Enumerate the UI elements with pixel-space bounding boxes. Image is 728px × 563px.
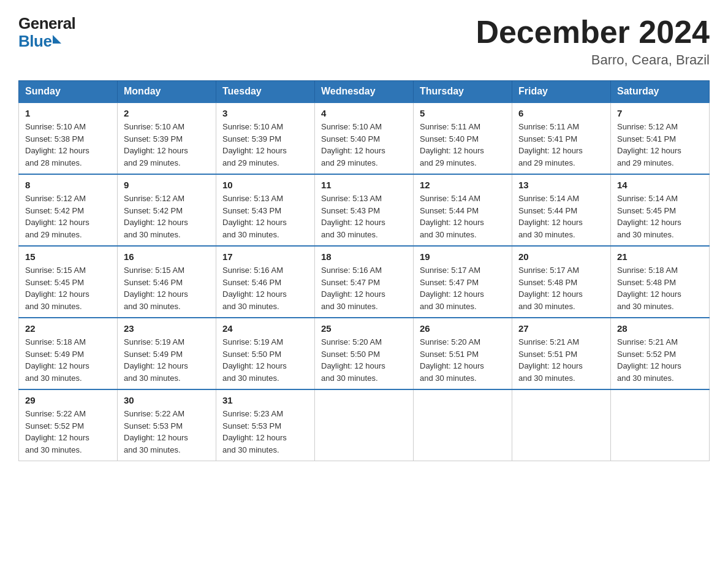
calendar-cell: 31 Sunrise: 5:23 AMSunset: 5:53 PMDaylig… (216, 389, 315, 461)
day-number: 15 (25, 251, 111, 262)
col-header-wednesday: Wednesday (315, 81, 414, 103)
day-number: 29 (25, 395, 111, 405)
day-info: Sunrise: 5:19 AMSunset: 5:50 PMDaylight:… (222, 337, 287, 383)
day-number: 6 (518, 108, 604, 118)
day-info: Sunrise: 5:18 AMSunset: 5:48 PMDaylight:… (617, 266, 681, 311)
calendar-cell: 2 Sunrise: 5:10 AMSunset: 5:39 PMDayligh… (118, 102, 216, 174)
day-info: Sunrise: 5:15 AMSunset: 5:45 PMDaylight:… (25, 266, 89, 311)
day-info: Sunrise: 5:21 AMSunset: 5:52 PMDaylight:… (617, 337, 681, 383)
calendar-title: December 2024 (476, 15, 710, 50)
day-info: Sunrise: 5:23 AMSunset: 5:53 PMDaylight:… (222, 409, 287, 454)
calendar-cell: 26 Sunrise: 5:20 AMSunset: 5:51 PMDaylig… (414, 318, 512, 389)
day-info: Sunrise: 5:17 AMSunset: 5:48 PMDaylight:… (518, 266, 583, 311)
day-number: 5 (420, 108, 506, 118)
day-number: 21 (617, 251, 703, 262)
calendar-cell (414, 389, 512, 461)
calendar-cell: 5 Sunrise: 5:11 AMSunset: 5:40 PMDayligh… (414, 102, 512, 174)
calendar-cell: 19 Sunrise: 5:17 AMSunset: 5:47 PMDaylig… (414, 246, 512, 318)
day-number: 25 (321, 323, 407, 334)
calendar-cell: 14 Sunrise: 5:14 AMSunset: 5:45 PMDaylig… (611, 174, 710, 246)
calendar-cell: 6 Sunrise: 5:11 AMSunset: 5:41 PMDayligh… (512, 102, 611, 174)
calendar-cell: 23 Sunrise: 5:19 AMSunset: 5:49 PMDaylig… (118, 318, 216, 389)
day-number: 12 (420, 180, 506, 190)
calendar-cell: 10 Sunrise: 5:13 AMSunset: 5:43 PMDaylig… (216, 174, 315, 246)
day-info: Sunrise: 5:22 AMSunset: 5:53 PMDaylight:… (124, 409, 188, 454)
col-header-friday: Friday (512, 81, 611, 103)
calendar-cell: 22 Sunrise: 5:18 AMSunset: 5:49 PMDaylig… (19, 318, 118, 389)
calendar-cell: 17 Sunrise: 5:16 AMSunset: 5:46 PMDaylig… (216, 246, 315, 318)
calendar-cell: 15 Sunrise: 5:15 AMSunset: 5:45 PMDaylig… (19, 246, 118, 318)
day-info: Sunrise: 5:12 AMSunset: 5:42 PMDaylight:… (124, 194, 188, 239)
day-info: Sunrise: 5:18 AMSunset: 5:49 PMDaylight:… (25, 337, 89, 383)
page-header: General Blue December 2024 Barro, Ceara,… (18, 15, 710, 68)
calendar-cell: 18 Sunrise: 5:16 AMSunset: 5:47 PMDaylig… (315, 246, 414, 318)
day-number: 27 (518, 323, 604, 334)
day-info: Sunrise: 5:10 AMSunset: 5:40 PMDaylight:… (321, 122, 385, 167)
day-info: Sunrise: 5:10 AMSunset: 5:38 PMDaylight:… (25, 122, 89, 167)
day-number: 2 (124, 108, 210, 118)
day-info: Sunrise: 5:12 AMSunset: 5:42 PMDaylight:… (25, 194, 89, 239)
day-info: Sunrise: 5:13 AMSunset: 5:43 PMDaylight:… (321, 194, 385, 239)
logo-text: General Blue (18, 15, 75, 50)
calendar-cell: 21 Sunrise: 5:18 AMSunset: 5:48 PMDaylig… (611, 246, 710, 318)
day-number: 7 (617, 108, 703, 118)
day-info: Sunrise: 5:22 AMSunset: 5:52 PMDaylight:… (25, 409, 89, 454)
calendar-cell: 12 Sunrise: 5:14 AMSunset: 5:44 PMDaylig… (414, 174, 512, 246)
logo-blue-text: Blue (18, 33, 51, 50)
day-number: 10 (222, 180, 308, 190)
day-info: Sunrise: 5:16 AMSunset: 5:46 PMDaylight:… (222, 266, 287, 311)
day-number: 19 (420, 251, 506, 262)
day-number: 28 (617, 323, 703, 334)
day-info: Sunrise: 5:14 AMSunset: 5:44 PMDaylight:… (420, 194, 484, 239)
calendar-cell: 30 Sunrise: 5:22 AMSunset: 5:53 PMDaylig… (118, 389, 216, 461)
col-header-monday: Monday (118, 81, 216, 103)
day-number: 18 (321, 251, 407, 262)
calendar-cell: 25 Sunrise: 5:20 AMSunset: 5:50 PMDaylig… (315, 318, 414, 389)
day-number: 22 (25, 323, 111, 334)
calendar-subtitle: Barro, Ceara, Brazil (476, 52, 710, 68)
day-number: 20 (518, 251, 604, 262)
day-info: Sunrise: 5:21 AMSunset: 5:51 PMDaylight:… (518, 337, 583, 383)
day-info: Sunrise: 5:14 AMSunset: 5:45 PMDaylight:… (617, 194, 681, 239)
col-header-sunday: Sunday (19, 81, 118, 103)
day-number: 23 (124, 323, 210, 334)
day-number: 24 (222, 323, 308, 334)
day-number: 16 (124, 251, 210, 262)
calendar-cell: 8 Sunrise: 5:12 AMSunset: 5:42 PMDayligh… (19, 174, 118, 246)
calendar-header-row: SundayMondayTuesdayWednesdayThursdayFrid… (19, 81, 710, 103)
calendar-cell: 1 Sunrise: 5:10 AMSunset: 5:38 PMDayligh… (19, 102, 118, 174)
day-info: Sunrise: 5:16 AMSunset: 5:47 PMDaylight:… (321, 266, 385, 311)
calendar-cell: 13 Sunrise: 5:14 AMSunset: 5:44 PMDaylig… (512, 174, 611, 246)
day-info: Sunrise: 5:19 AMSunset: 5:49 PMDaylight:… (124, 337, 188, 383)
calendar-week-row: 8 Sunrise: 5:12 AMSunset: 5:42 PMDayligh… (19, 174, 710, 246)
calendar-cell: 7 Sunrise: 5:12 AMSunset: 5:41 PMDayligh… (611, 102, 710, 174)
logo-general-text: General (18, 15, 75, 33)
day-info: Sunrise: 5:10 AMSunset: 5:39 PMDaylight:… (222, 122, 287, 167)
day-info: Sunrise: 5:20 AMSunset: 5:50 PMDaylight:… (321, 337, 385, 383)
day-number: 17 (222, 251, 308, 262)
day-info: Sunrise: 5:11 AMSunset: 5:41 PMDaylight:… (518, 122, 583, 167)
day-number: 26 (420, 323, 506, 334)
calendar-cell: 27 Sunrise: 5:21 AMSunset: 5:51 PMDaylig… (512, 318, 611, 389)
day-number: 9 (124, 180, 210, 190)
day-info: Sunrise: 5:20 AMSunset: 5:51 PMDaylight:… (420, 337, 484, 383)
calendar-cell: 16 Sunrise: 5:15 AMSunset: 5:46 PMDaylig… (118, 246, 216, 318)
calendar-week-row: 1 Sunrise: 5:10 AMSunset: 5:38 PMDayligh… (19, 102, 710, 174)
day-info: Sunrise: 5:14 AMSunset: 5:44 PMDaylight:… (518, 194, 583, 239)
calendar-week-row: 15 Sunrise: 5:15 AMSunset: 5:45 PMDaylig… (19, 246, 710, 318)
day-info: Sunrise: 5:17 AMSunset: 5:47 PMDaylight:… (420, 266, 484, 311)
day-number: 8 (25, 180, 111, 190)
calendar-cell: 29 Sunrise: 5:22 AMSunset: 5:52 PMDaylig… (19, 389, 118, 461)
day-info: Sunrise: 5:10 AMSunset: 5:39 PMDaylight:… (124, 122, 188, 167)
calendar-cell (315, 389, 414, 461)
calendar-week-row: 29 Sunrise: 5:22 AMSunset: 5:52 PMDaylig… (19, 389, 710, 461)
calendar-cell: 28 Sunrise: 5:21 AMSunset: 5:52 PMDaylig… (611, 318, 710, 389)
calendar-table: SundayMondayTuesdayWednesdayThursdayFrid… (18, 80, 710, 461)
calendar-cell: 20 Sunrise: 5:17 AMSunset: 5:48 PMDaylig… (512, 246, 611, 318)
day-number: 13 (518, 180, 604, 190)
logo-triangle-icon (53, 35, 61, 44)
day-number: 30 (124, 395, 210, 405)
calendar-week-row: 22 Sunrise: 5:18 AMSunset: 5:49 PMDaylig… (19, 318, 710, 389)
calendar-cell: 24 Sunrise: 5:19 AMSunset: 5:50 PMDaylig… (216, 318, 315, 389)
day-number: 4 (321, 108, 407, 118)
